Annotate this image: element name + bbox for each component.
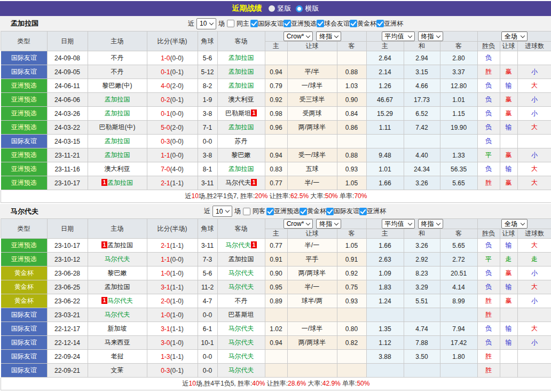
odds-handicap-cell: 受三球半	[287, 93, 337, 107]
home-team: 黎巴嫩(中)	[88, 79, 147, 93]
away-team: 马尔代夫	[217, 350, 265, 364]
competition-filter[interactable]: 国际友谊	[326, 207, 359, 216]
avg-source-select[interactable]: 平均值	[382, 32, 415, 41]
col-away: 客场	[217, 32, 265, 51]
away-team: 巴勒斯坦1	[217, 107, 265, 121]
avg-away-cell: 1.33	[440, 148, 477, 162]
competition-filter[interactable]: 黄金杯	[300, 207, 326, 216]
avg-final-select[interactable]: 终指	[418, 219, 443, 229]
corners-cell: 10-1	[198, 336, 217, 350]
radio-unselected-icon[interactable]	[296, 5, 303, 12]
date-cell: 22-12-14	[47, 336, 88, 350]
result-handicap-cell: 输	[500, 239, 517, 253]
date-cell: 22-09-21	[47, 364, 88, 378]
avg-draw-cell: 8.23	[404, 266, 440, 280]
avg-home-cell: 1.11	[366, 121, 404, 135]
layout-radio-vertical[interactable]: 竖版	[269, 4, 292, 13]
home-team: 马来西亚	[88, 336, 147, 350]
summary-text: 近	[185, 192, 192, 200]
away-team: 孟加拉国	[217, 51, 265, 65]
score-cell: 5-0(2-0)	[147, 121, 198, 135]
competition-filter[interactable]: 亚洲杯	[376, 19, 403, 28]
odds-home-cell: 0.92	[265, 93, 287, 107]
away-team: 孟加拉国	[217, 79, 265, 93]
avg-away-cell	[440, 135, 477, 148]
home-team: 不丹	[88, 51, 147, 65]
summary-text: 10	[192, 192, 199, 200]
red-card-badge: 1	[251, 241, 257, 248]
home-team: 1孟加拉国	[88, 239, 147, 253]
avg-draw-cell: 2.92	[404, 253, 440, 266]
type-cell: 国际友谊	[1, 322, 47, 336]
competition-filter[interactable]: 亚洲预选	[284, 19, 317, 28]
avg-source-select[interactable]: 平均值	[382, 219, 415, 229]
avg-home-cell: 2.63	[366, 253, 404, 266]
competition-checkbox[interactable]	[350, 20, 357, 27]
competition-checkbox[interactable]	[359, 208, 367, 215]
odds-final-select[interactable]: 终指	[316, 32, 341, 41]
col-avg-draw: 和	[404, 229, 440, 239]
competition-checkbox[interactable]	[326, 208, 334, 215]
competition-checkbox[interactable]	[317, 20, 324, 27]
odds-away-cell: 0.92	[337, 266, 366, 280]
avg-away-cell	[440, 364, 477, 378]
competition-checkbox[interactable]	[300, 208, 307, 215]
score-cell: 7-0(4-0)	[147, 162, 198, 176]
odds-home-cell: 0.98	[265, 107, 287, 121]
corners-cell: 8-1	[198, 162, 217, 176]
avg-away-cell: 2.72	[440, 253, 477, 266]
competition-checkbox[interactable]	[284, 20, 291, 27]
red-card-badge: 1	[101, 241, 107, 248]
same-side-checkbox[interactable]	[227, 20, 234, 27]
match-row: 亚洲预选24-06-06孟加拉国0-2(0-1)1-9澳大利亚0.92受三球半0…	[1, 93, 551, 107]
radio-selected-icon[interactable]	[269, 5, 275, 12]
chevron-down-icon	[306, 221, 310, 225]
score-cell: 1-1(0-0)	[147, 253, 198, 266]
chevron-down-icon	[306, 33, 310, 37]
scope-select[interactable]: 全场	[501, 32, 528, 41]
odds-home-cell: 0.90	[265, 266, 287, 280]
competition-filter[interactable]: 国际友谊	[250, 19, 284, 28]
result-goals-cell: 大	[517, 280, 551, 294]
competition-filter[interactable]: 亚洲预选	[266, 207, 300, 216]
same-side-checkbox[interactable]	[243, 208, 250, 215]
date-cell: 24-03-15	[47, 135, 88, 148]
type-cell: 亚洲预选	[1, 93, 47, 107]
layout-radio-horizontal[interactable]: 横版	[296, 4, 319, 13]
type-cell: 亚洲预选	[1, 253, 47, 266]
avg-final-select[interactable]: 终指	[418, 32, 443, 41]
avg-home-cell: 2.64	[366, 51, 404, 65]
competition-filter[interactable]: 球会友谊	[317, 19, 350, 28]
odds-source-select[interactable]: Crow*	[284, 219, 313, 229]
result-wdl-cell: 负	[477, 107, 500, 121]
odds-source-select[interactable]: Crow*	[284, 32, 313, 41]
avg-away-cell: 1.01	[440, 93, 477, 107]
odds-final-select[interactable]: 终指	[316, 219, 341, 229]
odds-away-cell: 1.05	[337, 176, 366, 190]
result-handicap-cell	[500, 350, 517, 364]
competition-checkbox[interactable]	[266, 208, 274, 215]
avg-home-cell: 1.66	[366, 239, 404, 253]
competition-filter[interactable]: 黄金杯	[350, 19, 376, 28]
score-cell: 1-1(0-0)	[147, 148, 198, 162]
chevron-down-icon	[521, 221, 525, 225]
col-odds-home: 主	[265, 229, 287, 239]
result-handicap-cell: 输	[500, 322, 517, 336]
away-team: 黎巴嫩	[217, 148, 265, 162]
same-side-label: 同客	[253, 207, 265, 216]
scope-select[interactable]: 全场	[501, 219, 528, 229]
competition-checkbox[interactable]	[250, 20, 258, 27]
odds-home-cell: 0.94	[265, 148, 287, 162]
avg-away-cell: 17.42	[440, 336, 477, 350]
match-row: 亚洲预选23-11-16澳大利亚7-0(4-0)8-1孟加拉国0.83五球0.9…	[1, 162, 551, 176]
odds-home-cell	[265, 364, 287, 378]
games-count-select[interactable]: 10	[212, 206, 232, 217]
games-count-select[interactable]: 10	[196, 18, 216, 29]
competition-filter[interactable]: 亚洲杯	[359, 207, 386, 216]
col-home: 主场	[88, 219, 147, 239]
score-cell: 2-1(1-1)	[147, 239, 198, 253]
result-goals-cell: 小	[517, 107, 551, 121]
competition-checkbox[interactable]	[376, 20, 384, 27]
result-handicap-cell	[500, 51, 517, 65]
avg-away-cell: 12.80	[440, 79, 477, 93]
